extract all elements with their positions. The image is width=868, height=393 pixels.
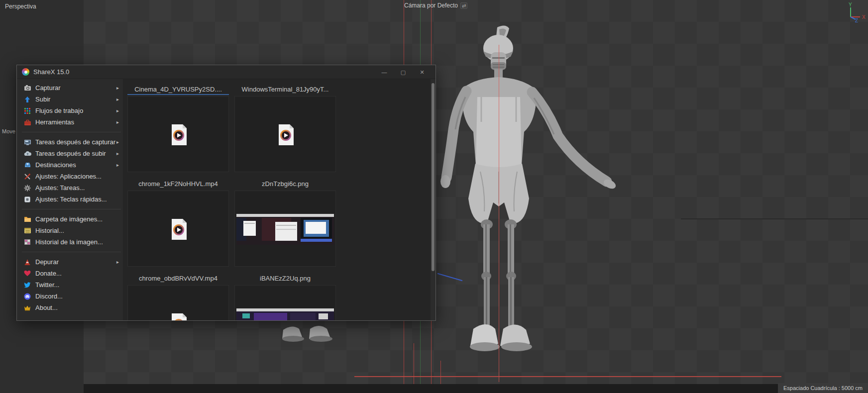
- menu-item-ajustes-tareas[interactable]: Ajustes: Tareas...: [17, 182, 123, 194]
- menu-item-label: Donate...: [35, 270, 62, 277]
- menu-item-carpeta-de-imagenes[interactable]: Carpeta de imágenes...: [17, 213, 123, 225]
- menu-item-label: Tareas después de capturar: [35, 138, 115, 146]
- axis-gizmo-icon: Y X Z: [842, 2, 868, 23]
- menu-item-label: Subir: [35, 96, 50, 103]
- view-mode-label: Perspectiva: [5, 3, 36, 10]
- camera-icon: [23, 84, 31, 92]
- gear-icon: [23, 184, 31, 192]
- tray-icon: [23, 161, 31, 169]
- sharex-logo-icon: [22, 68, 29, 76]
- close-button[interactable]: ✕: [413, 65, 432, 79]
- menu-item-tareas-despues-de-capturar[interactable]: Tareas después de capturar ▸: [17, 136, 123, 148]
- menu-item-label: Ajustes: Teclas rápidas...: [35, 196, 107, 203]
- camera-name-label: Cámara por Defecto: [404, 2, 458, 9]
- shoe-meshes[interactable]: [281, 321, 336, 343]
- axis-z-label: Z: [855, 18, 858, 23]
- file-thumbnail[interactable]: [234, 96, 336, 172]
- menu-item-label: Ajustes: Tareas...: [35, 184, 85, 192]
- discord-icon: [23, 293, 31, 300]
- menu-item-label: Discord...: [35, 293, 63, 300]
- toolbox-icon: [23, 118, 31, 126]
- file-grid[interactable]: Cinema_4D_YVRUSPy2SD.... WindowsTerminal…: [123, 79, 435, 320]
- model-axis-line: [499, 45, 499, 382]
- cloud-icon: [23, 150, 31, 158]
- sharex-window[interactable]: ShareX 15.0 — ▢ ✕ Capturar ▸ Subir ▸: [16, 65, 436, 321]
- menu-item-label: About...: [35, 304, 58, 311]
- submenu-arrow-icon: ▸: [116, 139, 119, 145]
- scrollbar-thumb[interactable]: [432, 83, 434, 271]
- workflow-icon: [23, 107, 31, 115]
- monitor-icon: [23, 138, 31, 146]
- axis-x-label: X: [862, 14, 866, 20]
- menu-item-label: Historial de la imagen...: [35, 238, 103, 246]
- upload-icon: [23, 96, 31, 103]
- menu-item-historial-de-la-imagen[interactable]: Historial de la imagen...: [17, 236, 123, 248]
- main-menu: Capturar ▸ Subir ▸ Flujos de trabajo ▸: [17, 82, 123, 313]
- menu-item-capturar[interactable]: Capturar ▸: [17, 82, 123, 94]
- submenu-arrow-icon: ▸: [116, 85, 119, 91]
- menu-item-label: Historial...: [35, 227, 64, 234]
- folder-icon: [23, 215, 31, 223]
- video-file-icon: [275, 123, 297, 146]
- submenu-arrow-icon: ▸: [116, 97, 119, 102]
- file-name[interactable]: chrome_obdBRvVdVV.mp4: [127, 273, 229, 283]
- submenu-arrow-icon: ▸: [116, 259, 119, 265]
- menu-item-historial[interactable]: Historial...: [17, 225, 123, 236]
- file-thumbnail[interactable]: [127, 285, 229, 320]
- maximize-button[interactable]: ▢: [394, 65, 413, 79]
- video-file-icon: [168, 123, 190, 146]
- submenu-arrow-icon: ▸: [116, 162, 119, 168]
- menu-item-ajustes-teclas-rapidas[interactable]: Ajustes: Teclas rápidas...: [17, 194, 123, 205]
- menu-item-label: Carpeta de imágenes...: [35, 215, 103, 223]
- axis-y-label: Y: [849, 2, 852, 7]
- image-thumbnail: [236, 214, 334, 245]
- file-thumbnail[interactable]: [127, 96, 229, 172]
- menu-item-discord[interactable]: Discord...: [17, 291, 123, 302]
- red-guide-line: [354, 376, 781, 377]
- image-history-icon: [23, 238, 31, 246]
- window-title: ShareX 15.0: [33, 68, 69, 76]
- file-name[interactable]: zDnTzbgi6c.png: [234, 179, 336, 189]
- scrollbar[interactable]: [431, 79, 435, 320]
- menu-item-label: Twitter...: [35, 281, 59, 289]
- menu-item-flujos-de-trabajo[interactable]: Flujos de trabajo ▸: [17, 105, 123, 116]
- file-thumbnail[interactable]: [234, 285, 336, 320]
- cone-icon: [23, 258, 31, 266]
- image-thumbnail: [236, 308, 334, 320]
- menu-item-label: Herramientas: [35, 118, 74, 126]
- horizon-line: [681, 218, 868, 219]
- menu-item-label: Depurar: [35, 258, 59, 266]
- menu-item-label: Ajustes: Aplicaciones...: [35, 173, 102, 180]
- file-name[interactable]: Cinema_4D_YVRUSPy2SD....: [127, 84, 229, 94]
- file-thumbnail[interactable]: [234, 191, 336, 267]
- menu-item-depurar[interactable]: Depurar ▸: [17, 256, 123, 268]
- submenu-arrow-icon: ▸: [116, 151, 119, 156]
- menu-item-destinaciones[interactable]: Destinaciones ▸: [17, 159, 123, 171]
- hotkey-icon: [23, 196, 31, 203]
- file-name[interactable]: WindowsTerminal_81Jy90yT...: [234, 84, 336, 94]
- twitter-icon: [23, 281, 31, 289]
- menu-item-twitter[interactable]: Twitter...: [17, 279, 123, 291]
- heart-icon: [23, 270, 31, 278]
- menu-item-about[interactable]: About...: [17, 302, 123, 313]
- menu-separator: [22, 252, 121, 252]
- menu-item-herramientas[interactable]: Herramientas ▸: [17, 116, 123, 128]
- file-name[interactable]: iBANEzZ2Uq.png: [234, 273, 336, 283]
- menu-item-subir[interactable]: Subir ▸: [17, 94, 123, 105]
- menu-item-label: Tareas después de subir: [35, 150, 106, 157]
- video-file-icon: [168, 312, 190, 320]
- grid-spacing-status: Espaciado Cuadrícula : 5000 cm: [778, 383, 868, 393]
- history-icon: [23, 227, 31, 235]
- camera-selector[interactable]: Cámara por Defecto ⇄: [404, 2, 467, 9]
- menu-item-donate[interactable]: Donate...: [17, 268, 123, 279]
- video-file-icon: [168, 218, 190, 241]
- camera-switch-icon[interactable]: ⇄: [460, 2, 467, 9]
- menu-item-ajustes-aplicaciones[interactable]: Ajustes: Aplicaciones...: [17, 171, 123, 182]
- file-thumbnail[interactable]: [127, 191, 229, 267]
- minimize-button[interactable]: —: [375, 65, 394, 79]
- file-name[interactable]: chrome_1kF2NoHHVL.mp4: [127, 179, 229, 189]
- crown-icon: [23, 304, 31, 312]
- 3d-character-model[interactable]: [435, 22, 625, 366]
- titlebar[interactable]: ShareX 15.0 — ▢ ✕: [17, 65, 435, 79]
- menu-item-tareas-despues-de-subir[interactable]: Tareas después de subir ▸: [17, 148, 123, 159]
